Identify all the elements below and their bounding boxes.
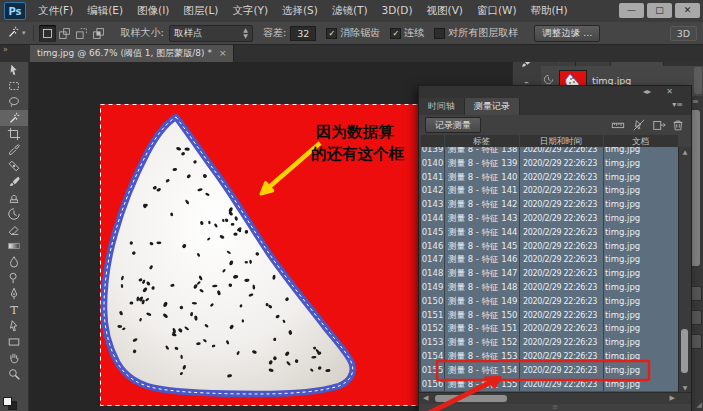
eyedropper-tool-button[interactable]: [0, 142, 28, 158]
record-measurements-button[interactable]: 记录测量: [425, 117, 481, 133]
menu-item-9[interactable]: 视图(V): [420, 4, 470, 18]
export-measurements-icon[interactable]: [651, 117, 667, 133]
menu-item-8[interactable]: 3D(D): [374, 4, 419, 18]
ruler-icon: [611, 118, 625, 132]
tab-measurement-log[interactable]: 测量记录: [465, 98, 520, 115]
menu-item-3[interactable]: 图像(I): [130, 4, 176, 18]
scroll-right-icon[interactable]: ▶: [670, 394, 675, 402]
menu-item-1[interactable]: 文件(F): [31, 4, 80, 18]
measurement-row-0143[interactable]: 0143测量 8 - 特征 1422020/2/29 22:26:23timg.…: [421, 198, 678, 213]
measurement-row-0156[interactable]: 0156测量 8 - 特征 1552020/2/29 22:26:23timg.…: [421, 378, 678, 392]
magic-wand-tool-button[interactable]: [0, 110, 28, 126]
scrollbar-thumb[interactable]: [681, 329, 688, 373]
measurement-row-0141[interactable]: 0141测量 8 - 特征 1402020/2/29 22:26:23timg.…: [421, 171, 678, 186]
trash-icon[interactable]: [670, 117, 686, 133]
type-tool-button[interactable]: T: [0, 302, 28, 318]
annotation-text-line2: 的还有这个框: [311, 145, 405, 163]
vertical-scrollbar[interactable]: ▲ ▼: [678, 147, 691, 392]
selection-mode-new-button[interactable]: [39, 25, 56, 42]
measurement-row-0148[interactable]: 0148测量 8 - 特征 1472020/2/29 22:26:23timg.…: [421, 267, 678, 282]
row-datetime: 2020/2/29 22:26:23: [523, 184, 597, 198]
minimize-window-button[interactable]: —: [619, 3, 644, 18]
scroll-left-icon[interactable]: ◀: [423, 394, 428, 402]
sample-size-select[interactable]: 取样点 ▲▼: [169, 25, 253, 42]
refine-edge-button[interactable]: 调整边缘 ...: [534, 25, 600, 42]
measurement-row-0147[interactable]: 0147测量 8 - 特征 1462020/2/29 22:26:23timg.…: [421, 253, 678, 268]
measurement-row-0150[interactable]: 0150测量 8 - 特征 1492020/2/29 22:26:23timg.…: [421, 295, 678, 310]
menu-item-4[interactable]: 图层(L): [176, 4, 225, 18]
tab-timeline[interactable]: 时间轴: [419, 98, 465, 115]
dodge-tool-button[interactable]: [0, 270, 28, 286]
measurement-row-0151[interactable]: 0151测量 8 - 特征 1502020/2/29 22:26:23timg.…: [421, 309, 678, 324]
column-header-2[interactable]: 日期和时间: [519, 135, 603, 147]
gradient-tool-button[interactable]: [0, 238, 28, 254]
column-header-3[interactable]: 文档: [603, 135, 678, 147]
marquee-tool-button[interactable]: [0, 78, 28, 94]
contiguous-checkbox[interactable]: ✓连续: [390, 26, 424, 40]
collapse-tools-icon[interactable]: »: [3, 45, 8, 54]
resize-grip-icon[interactable]: ◢: [697, 401, 702, 409]
checkbox-icon: ✓: [390, 28, 401, 39]
ruler-icon[interactable]: [610, 117, 626, 133]
row-datetime: 2020/2/29 22:26:23: [523, 322, 597, 336]
history-scrollbar[interactable]: [694, 67, 702, 94]
collapse-panel-icon[interactable]: ◂▸: [643, 87, 651, 97]
panel-menu-icon[interactable]: ▾≡: [668, 98, 687, 115]
measurement-row-0152[interactable]: 0152测量 8 - 特征 1512020/2/29 22:26:23timg.…: [421, 322, 678, 337]
measurement-row-0154[interactable]: 0154测量 8 - 特征 1532020/2/29 22:26:23timg.…: [421, 350, 678, 365]
shape-tool-button[interactable]: [0, 334, 28, 350]
selection-mode-intersect-button[interactable]: [90, 25, 107, 42]
selection-mode-add-button[interactable]: [56, 25, 73, 42]
lasso-tool-button[interactable]: [0, 94, 28, 110]
maximize-window-button[interactable]: □: [647, 3, 672, 18]
move-tool-button[interactable]: [0, 62, 28, 78]
marquee-icon: [7, 79, 21, 93]
path-selection-tool-button[interactable]: [0, 318, 28, 334]
measurement-row-0149[interactable]: 0149测量 8 - 特征 1482020/2/29 22:26:23timg.…: [421, 281, 678, 296]
measurement-row-0145[interactable]: 0145测量 8 - 特征 1442020/2/29 22:26:23timg.…: [421, 226, 678, 241]
close-panel-icon[interactable]: ✕: [666, 87, 673, 97]
workspace-3d-button[interactable]: 3D: [670, 26, 697, 41]
measurement-row-0142[interactable]: 0142测量 8 - 特征 1412020/2/29 22:26:23timg.…: [421, 184, 678, 199]
scroll-up-icon[interactable]: ▲: [679, 148, 691, 155]
anti-alias-checkbox[interactable]: ✓消除锯齿: [326, 26, 380, 40]
eraser-tool-button[interactable]: [0, 222, 28, 238]
clone-stamp-tool-button[interactable]: [0, 190, 28, 206]
selection-mode-subtract-button[interactable]: [73, 25, 90, 42]
menu-item-11[interactable]: 帮助(H): [524, 4, 575, 18]
scroll-down-icon[interactable]: ▼: [679, 384, 691, 391]
row-datetime: 2020/2/29 22:26:23: [523, 171, 597, 185]
hand-tool-button[interactable]: [0, 350, 28, 366]
scrollbar-thumb[interactable]: [435, 395, 507, 402]
deselect-pointer-icon[interactable]: [631, 117, 647, 133]
brush-tool-button[interactable]: [0, 174, 28, 190]
measurement-row-0144[interactable]: 0144测量 8 - 特征 1432020/2/29 22:26:23timg.…: [421, 212, 678, 227]
menu-item-6[interactable]: 选择(S): [275, 4, 325, 18]
zoom-tool-button[interactable]: [0, 366, 28, 382]
menu-item-7[interactable]: 滤镜(T): [325, 4, 375, 18]
foreground-color-swatch[interactable]: [3, 397, 12, 406]
document-tab[interactable]: timg.jpg @ 66.7% (阈值 1, 图层蒙版/8) * ×: [30, 44, 234, 62]
panel-resize-grip[interactable]: ≡: [419, 403, 691, 411]
measurement-row-0140[interactable]: 0140测量 8 - 特征 1392020/2/29 22:26:23timg.…: [421, 157, 678, 172]
menu-item-2[interactable]: 编辑(E): [80, 4, 130, 18]
measurement-row-0153[interactable]: 0153测量 8 - 特征 1522020/2/29 22:26:23timg.…: [421, 336, 678, 351]
crop-tool-button[interactable]: [0, 126, 28, 142]
history-brush-tool-button[interactable]: [0, 206, 28, 222]
healing-brush-tool-button[interactable]: [0, 158, 28, 174]
blur-tool-button[interactable]: [0, 254, 28, 270]
close-tab-icon[interactable]: ×: [219, 48, 227, 58]
close-window-button[interactable]: ✕: [675, 3, 700, 18]
tool-strip: T: [0, 62, 29, 411]
menu-item-5[interactable]: 文字(Y): [225, 4, 275, 18]
pen-tool-button[interactable]: [0, 286, 28, 302]
sample-all-layers-checkbox[interactable]: 对所有图层取样: [434, 26, 518, 40]
magic-wand-icon[interactable]: [6, 25, 20, 41]
measurement-row-0155[interactable]: 0155测量 8 - 特征 1542020/2/29 22:26:23timg.…: [421, 364, 678, 379]
tool-preset-caret-icon[interactable]: ▾: [22, 29, 26, 37]
tolerance-input[interactable]: 32: [290, 26, 316, 41]
column-header-1[interactable]: 标签: [444, 135, 519, 147]
measurement-row-0146[interactable]: 0146测量 8 - 特征 1452020/2/29 22:26:23timg.…: [421, 240, 678, 255]
color-swatches[interactable]: [3, 397, 23, 409]
menu-item-10[interactable]: 窗口(W): [470, 4, 524, 18]
